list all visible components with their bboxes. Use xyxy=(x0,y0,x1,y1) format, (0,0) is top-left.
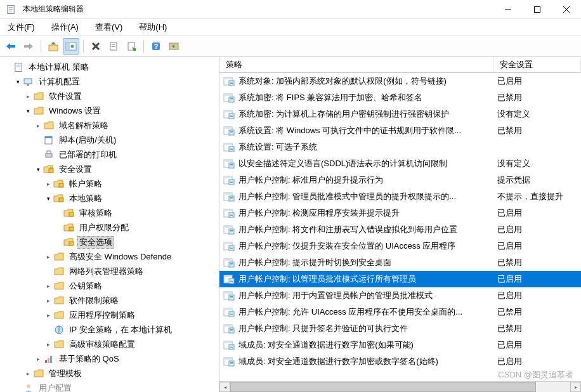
refresh-button[interactable] xyxy=(166,38,182,55)
tree-user-rights[interactable]: 用户权限分配 xyxy=(3,220,219,235)
menu-action[interactable]: 操作(A) xyxy=(48,20,82,34)
list-row[interactable]: 系统设置: 可选子系统 xyxy=(219,139,581,155)
tree-adv-audit[interactable]: ▸ 高级审核策略配置 xyxy=(3,337,219,351)
properties-button[interactable] xyxy=(123,38,140,55)
list-row[interactable]: 用户帐户控制: 将文件和注册表写入错误虚拟化到每用户位置已启用 xyxy=(219,221,581,238)
tree-windows-settings[interactable]: ▾ Windows 设置 xyxy=(3,103,219,118)
list-row[interactable]: 用户帐户控制: 允许 UIAccess 应用程序在不使用安全桌面的...已禁用 xyxy=(219,304,581,320)
tree-qos[interactable]: ▸ 基于策略的 QoS xyxy=(3,351,219,366)
menu-view[interactable]: 查看(V) xyxy=(91,20,126,34)
tree-user-config[interactable]: 用户配置 xyxy=(3,381,219,392)
list-row[interactable]: 用户帐户控制: 检测应用程序安装并提示提升已启用 xyxy=(219,205,581,221)
tree-label: 已部署的打印机 xyxy=(57,148,119,161)
list-row[interactable]: 用户帐户控制: 标准用户的提升提示行为提示凭据 xyxy=(219,172,581,188)
export-button[interactable] xyxy=(105,38,122,55)
twisty-icon[interactable] xyxy=(53,237,63,247)
twisty-icon[interactable] xyxy=(13,383,23,393)
expand-icon[interactable]: ▾ xyxy=(13,77,23,87)
policy-icon xyxy=(223,224,235,235)
list-row[interactable]: 用户帐户控制: 用于内置管理员帐户的管理员批准模式已启用 xyxy=(219,287,581,304)
tree-security-options[interactable]: 安全选项 xyxy=(3,235,219,249)
folder-icon xyxy=(53,295,65,306)
menu-file[interactable]: 文件(F) xyxy=(4,20,39,34)
twisty-icon[interactable] xyxy=(43,266,53,277)
tree-dns-policy[interactable]: ▸ 域名解析策略 xyxy=(3,118,219,133)
tree-app-control[interactable]: ▸ 应用程序控制策略 xyxy=(3,308,219,322)
expand-icon[interactable]: ▾ xyxy=(33,164,43,174)
tree-printers[interactable]: 已部署的打印机 xyxy=(3,147,219,162)
tree-ipsec[interactable]: IP 安全策略，在 本地计算机 xyxy=(3,322,219,337)
tree-account-policy[interactable]: ▸ 帐户策略 xyxy=(3,176,219,191)
close-button[interactable] xyxy=(552,0,581,19)
twisty-icon[interactable] xyxy=(3,62,13,72)
expand-icon[interactable]: ▸ xyxy=(43,310,53,320)
twisty-icon[interactable] xyxy=(33,150,43,160)
expand-icon[interactable]: ▸ xyxy=(23,91,33,101)
list-row[interactable]: 系统设置: 将 Windows 可执行文件中的证书规则用于软件限...已禁用 xyxy=(219,122,581,139)
expand-icon[interactable]: ▸ xyxy=(43,252,53,262)
svg-rect-58 xyxy=(230,116,233,117)
folder-lock-icon xyxy=(63,222,75,233)
scroll-right-button[interactable]: ▸ xyxy=(570,382,581,392)
list-body[interactable]: 系统对象: 加强内部系统对象的默认权限(例如，符号链接)已启用系统加密: 将 F… xyxy=(219,73,581,381)
tree-security-settings[interactable]: ▾ 安全设置 xyxy=(3,162,219,176)
expand-icon[interactable]: ▾ xyxy=(23,106,33,116)
help-button[interactable]: ? xyxy=(148,38,164,55)
twisty-icon[interactable] xyxy=(53,223,63,233)
scroll-left-button[interactable]: ◂ xyxy=(219,382,230,392)
list-row[interactable]: 域成员: 对安全通道数据进行数字加密或数字签名(始终)已启用 xyxy=(219,353,581,370)
list-row[interactable]: 用户帐户控制: 提示提升时切换到安全桌面已禁用 xyxy=(219,254,581,271)
tree-audit-policy[interactable]: 审核策略 xyxy=(3,206,219,220)
show-hide-tree-button[interactable] xyxy=(63,38,79,55)
tree-defender[interactable]: ▸ 高级安全 Windows Defende xyxy=(3,249,219,264)
expand-icon[interactable]: ▸ xyxy=(43,339,53,350)
tree-scripts[interactable]: 脚本(启动/关机) xyxy=(3,133,219,147)
minimize-button[interactable] xyxy=(493,0,523,19)
expand-icon[interactable]: ▸ xyxy=(43,179,53,189)
tree-label: 域名解析策略 xyxy=(57,119,110,132)
delete-button[interactable] xyxy=(88,38,104,55)
list-row[interactable]: 系统加密: 为计算机上存储的用户密钥强制进行强密钥保护没有定义 xyxy=(219,106,581,122)
svg-rect-128 xyxy=(230,347,233,348)
tree-root[interactable]: 本地计算机 策略 xyxy=(3,60,219,74)
svg-rect-83 xyxy=(230,199,233,199)
up-button[interactable] xyxy=(45,38,62,55)
twisty-icon[interactable] xyxy=(33,135,43,145)
list-row[interactable]: 用户帐户控制: 仅提升安装在安全位置的 UIAccess 应用程序已启用 xyxy=(219,238,581,254)
menu-help[interactable]: 帮助(H) xyxy=(135,20,171,34)
tree-admin-templates[interactable]: ▸ 管理模板 xyxy=(3,366,219,381)
list-row[interactable]: 域成员: 对安全通道数据进行数字加密(如果可能)已启用 xyxy=(219,337,581,353)
forward-button[interactable] xyxy=(20,38,37,55)
tree-public-key[interactable]: ▸ 公钥策略 xyxy=(3,278,219,293)
policy-icon xyxy=(223,323,235,334)
tree-network-list[interactable]: 网络列表管理器策略 xyxy=(3,264,219,278)
maximize-button[interactable] xyxy=(523,0,552,19)
expand-icon[interactable]: ▸ xyxy=(43,296,53,306)
tree-local-policy[interactable]: ▾ 本地策略 xyxy=(3,191,219,206)
tree-pane[interactable]: 本地计算机 策略 ▾ 计算机配置 ▸ 软件设置 ▾ Windows 设置 ▸ 域 xyxy=(0,57,219,392)
list-row[interactable]: 用户帐户控制: 管理员批准模式中管理员的提升权限提示的...不提示，直接提升 xyxy=(219,188,581,205)
expand-icon[interactable]: ▾ xyxy=(43,193,53,204)
list-hscrollbar[interactable]: ◂ ▸ xyxy=(219,381,581,392)
svg-text:?: ? xyxy=(154,42,159,50)
col-header-policy[interactable]: 策略 xyxy=(219,57,493,72)
expand-icon[interactable]: ▸ xyxy=(33,121,43,131)
svg-rect-47 xyxy=(230,82,233,82)
list-row[interactable]: 系统对象: 加强内部系统对象的默认权限(例如，符号链接)已启用 xyxy=(219,73,581,89)
col-header-setting[interactable]: 安全设置 xyxy=(493,57,581,72)
tree-computer-config[interactable]: ▾ 计算机配置 xyxy=(3,74,219,89)
list-row[interactable]: 系统加密: 将 FIPS 兼容算法用于加密、哈希和签名已禁用 xyxy=(219,89,581,106)
twisty-icon[interactable] xyxy=(53,208,63,218)
back-button[interactable] xyxy=(3,38,19,55)
tree-software-restrict[interactable]: ▸ 软件限制策略 xyxy=(3,293,219,308)
list-row[interactable]: 用户帐户控制: 以管理员批准模式运行所有管理员已启用 xyxy=(219,271,581,287)
tree-software-settings[interactable]: ▸ 软件设置 xyxy=(3,89,219,103)
twisty-icon[interactable] xyxy=(43,325,53,335)
list-row[interactable]: 以安全描述符定义语言(SDDL)语法表示的计算机访问限制没有定义 xyxy=(219,155,581,172)
policy-icon xyxy=(223,306,235,318)
expand-icon[interactable]: ▸ xyxy=(33,354,43,364)
expand-icon[interactable]: ▸ xyxy=(23,369,33,379)
policy-setting: 没有定义 xyxy=(493,108,581,120)
expand-icon[interactable]: ▸ xyxy=(43,281,53,291)
list-row[interactable]: 用户帐户控制: 只提升签名并验证的可执行文件已禁用 xyxy=(219,320,581,337)
